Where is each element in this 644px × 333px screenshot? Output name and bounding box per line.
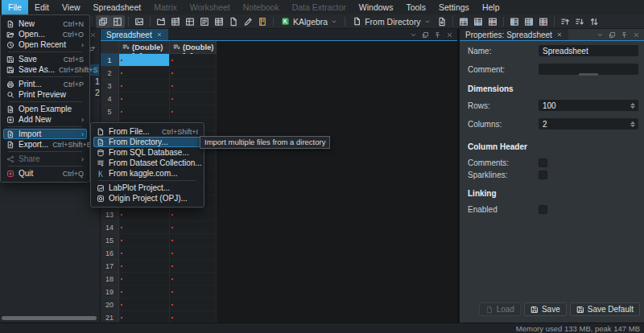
row-header-16[interactable]: 16	[101, 247, 119, 260]
cell-r15-c1[interactable]	[119, 234, 170, 247]
toolbar-button-table-import[interactable]	[212, 15, 226, 28]
spin-arrows[interactable]	[630, 100, 635, 111]
horizontal-scrollbar[interactable]	[2, 316, 97, 320]
menubar-worksheet[interactable]: Worksheet	[184, 0, 237, 14]
tab-properties-spreadsheet[interactable]: Properties: Spreadsheet	[460, 29, 568, 40]
file-menu-item-open-example[interactable]: Open Example	[3, 104, 87, 114]
row-header-3[interactable]: 3	[101, 80, 119, 92]
linking-enabled-checkbox[interactable]	[539, 205, 547, 214]
cell-r3-c2[interactable]	[170, 80, 217, 92]
rows-stepper[interactable]: 100	[539, 100, 638, 111]
toolbar-button-notebook[interactable]	[255, 15, 270, 28]
comments-checkbox[interactable]	[539, 158, 547, 167]
cell-r21-c1[interactable]	[119, 311, 170, 323]
file-menu-item-save[interactable]: SaveCtrl+S	[3, 54, 87, 64]
toolbar-button-table-new[interactable]	[168, 15, 183, 28]
column-header-2[interactable]: 2 (Double) [Y]	[170, 41, 217, 54]
menubar-spreadsheet[interactable]: Spreadsheet	[87, 0, 148, 14]
file-menu-item-new[interactable]: NewCtrl+N	[3, 18, 87, 29]
row-header-20[interactable]: 20	[101, 298, 119, 311]
toolbar-button-cascade[interactable]	[96, 15, 110, 28]
pin-icon[interactable]	[434, 31, 441, 39]
close-icon[interactable]	[556, 31, 563, 38]
cell-r5-c1[interactable]	[119, 105, 170, 118]
file-menu-item-open-recent[interactable]: Open Recent›	[3, 39, 87, 50]
menubar-tools[interactable]: Tools	[399, 0, 432, 14]
cell-r17-c1[interactable]	[119, 260, 170, 273]
import-menu-item-from-directory[interactable]: From Directory...	[93, 137, 201, 147]
cell-r13-c1[interactable]	[119, 208, 170, 221]
cell-r16-c1[interactable]	[119, 247, 170, 260]
menubar-matrix[interactable]: Matrix	[147, 0, 184, 14]
import-menu-item-from-kaggle-com[interactable]: From kaggle.com...	[93, 168, 201, 179]
toolbar-button-col-right[interactable]	[522, 15, 536, 28]
row-header-15[interactable]: 15	[101, 234, 119, 247]
file-menu-item-print-preview[interactable]: Print Preview	[3, 89, 87, 100]
toolbar-button-sort-custom[interactable]	[587, 15, 601, 28]
float-icon[interactable]	[422, 31, 429, 39]
import-menu-item-from-dataset-collection[interactable]: From Dataset Collection...	[93, 158, 201, 168]
cell-r18-c1[interactable]	[119, 273, 170, 286]
chevron-down-icon[interactable]	[410, 31, 417, 39]
toolbar-button-row-above[interactable]	[456, 15, 471, 28]
cell-r16-c2[interactable]	[170, 247, 217, 260]
import-menu-item-from-file[interactable]: From File...Ctrl+Shift+I	[93, 126, 201, 137]
float-icon[interactable]	[609, 31, 616, 39]
row-header-18[interactable]: 18	[101, 273, 119, 286]
cell-r14-c1[interactable]	[119, 221, 170, 234]
file-menu-item-quit[interactable]: QuitCtrl+Q	[3, 168, 87, 179]
load-button[interactable]: Load	[479, 302, 521, 316]
toolbar-dropdown-from-directory[interactable]: From Directory	[349, 16, 434, 27]
menubar-data-extractor[interactable]: Data Extractor	[286, 0, 353, 14]
cell-r20-c1[interactable]	[119, 298, 170, 311]
row-header-17[interactable]: 17	[101, 260, 119, 273]
cell-r21-c2[interactable]	[170, 311, 217, 323]
cell-r20-c2[interactable]	[170, 298, 217, 311]
file-menu-item-save-as[interactable]: Save As...Ctrl+Shift+S	[3, 64, 87, 75]
toolbar-button-col-remove[interactable]	[536, 15, 551, 28]
corner-header[interactable]	[101, 41, 119, 54]
toolbar-button-sort-desc[interactable]	[572, 15, 587, 28]
save-default-button[interactable]: Save Default	[570, 302, 640, 316]
toolbar-button-folder-new[interactable]	[154, 15, 168, 28]
toolbar-dropdown-kalgebra[interactable]: KAlgebra	[277, 16, 341, 27]
cell-r17-c2[interactable]	[170, 260, 217, 273]
pin-icon[interactable]	[621, 31, 628, 39]
row-header-5[interactable]: 5	[101, 105, 119, 118]
save-button[interactable]: Save	[524, 302, 567, 316]
spin-arrows[interactable]	[630, 118, 635, 130]
cell-r1-c2[interactable]	[170, 54, 217, 67]
toolbar-button-row-remove[interactable]	[485, 15, 500, 28]
cell-r19-c2[interactable]	[170, 286, 217, 298]
cell-r4-c1[interactable]	[119, 92, 170, 105]
file-menu-item-add-new[interactable]: Add New›	[3, 114, 87, 125]
close-icon[interactable]	[156, 31, 163, 38]
row-header-14[interactable]: 14	[101, 221, 119, 234]
close-icon[interactable]	[446, 31, 453, 39]
cell-r13-c2[interactable]	[170, 208, 217, 221]
row-header-21[interactable]: 21	[101, 311, 119, 323]
row-header-1[interactable]: 1	[101, 54, 119, 67]
file-menu-item-share[interactable]: Share›	[3, 154, 87, 164]
row-header-13[interactable]: 13	[101, 208, 119, 221]
menubar-windows[interactable]: Windows	[353, 0, 400, 14]
import-menu-item-labplot-project[interactable]: LabPlot Project...	[93, 183, 201, 193]
toolbar-button-tile[interactable]	[110, 15, 125, 28]
resize-grip[interactable]	[579, 73, 598, 76]
toolbar-button-document-import[interactable]	[435, 15, 449, 28]
name-field[interactable]: Spreadsheet	[539, 45, 638, 56]
file-menu-item-export[interactable]: Export...Ctrl+Shift+E	[3, 139, 87, 150]
file-menu-item-print[interactable]: Print...Ctrl+P	[3, 79, 87, 89]
cell-r2-c2[interactable]	[170, 67, 217, 80]
row-header-2[interactable]: 2	[101, 67, 119, 80]
toolbar-button-col-left[interactable]	[507, 15, 522, 28]
toolbar-button-sort-asc[interactable]	[558, 15, 572, 28]
toolbar-button-worksheet-new[interactable]	[197, 15, 212, 28]
cell-r15-c2[interactable]	[170, 234, 217, 247]
tab-spreadsheet[interactable]: Spreadsheet	[101, 29, 168, 40]
columns-stepper[interactable]: 2	[539, 118, 638, 130]
menubar-help[interactable]: Help	[476, 0, 506, 14]
row-header-4[interactable]: 4	[101, 92, 119, 105]
import-menu-item-origin-project-opj[interactable]: Origin Project (OPJ)...	[93, 193, 201, 204]
comment-field[interactable]	[539, 64, 638, 75]
